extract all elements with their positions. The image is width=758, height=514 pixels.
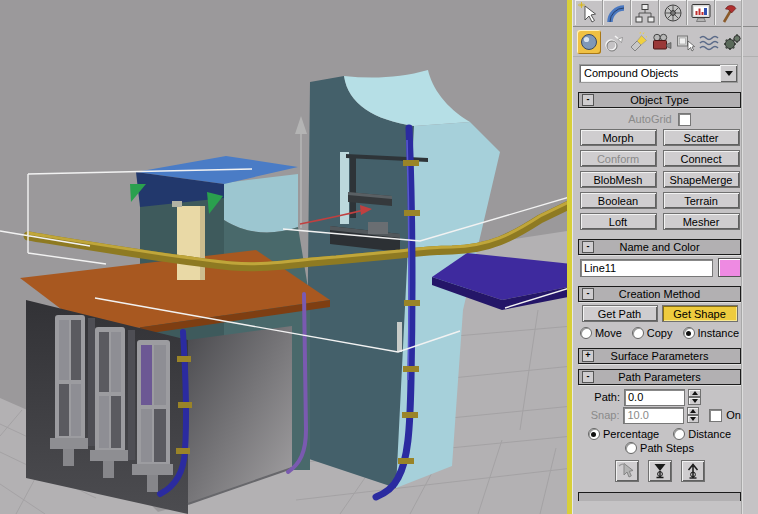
rollout-name-and-color: - Name and Color [578,239,741,281]
radio-icon [625,442,637,454]
category-cameras[interactable] [649,30,673,54]
spinner-down-icon[interactable] [687,415,700,423]
radio-icon [673,428,685,440]
window-1[interactable] [50,315,88,466]
pick-shape-button[interactable] [615,460,639,482]
radio-distance[interactable]: Distance [673,428,731,440]
next-shape-icon [683,462,703,480]
radio-instance[interactable]: Instance [683,327,740,339]
motion-wheel-icon [661,2,685,24]
tab-motion[interactable] [659,0,687,25]
spinner-up-icon[interactable] [687,407,700,415]
autogrid-label: AutoGrid [628,113,671,125]
tab-hierarchy[interactable] [631,0,659,25]
snap-value-field[interactable]: 10.0 [623,407,683,424]
middle-building-side-upper[interactable] [224,174,298,232]
radio-label: Move [595,327,622,339]
command-panel-tabs [573,0,758,27]
rollout-title: Surface Parameters [579,350,740,362]
window-3[interactable] [132,340,173,492]
panel-right-margin [741,0,758,514]
snap-label: Snap: [590,409,619,421]
tab-utilities[interactable] [715,0,743,25]
previous-shape-icon [650,462,670,480]
rollout-creation-method: - Creation Method Get Path Get Shape Mov… [578,286,741,343]
rollout-title: Name and Color [579,241,740,253]
rollout-header-creation-method[interactable]: - Creation Method [578,286,741,302]
path-value-field[interactable]: 0.0 [624,389,685,406]
geometry-sphere-icon [579,32,599,52]
tab-create[interactable] [575,0,603,25]
collapse-icon[interactable]: - [582,241,594,253]
radio-path-steps[interactable]: Path Steps [625,442,694,454]
radio-icon [632,327,644,339]
spinner-down-icon[interactable] [688,397,701,405]
rollout-header-name-and-color[interactable]: - Name and Color [578,239,741,255]
create-category-bar [573,27,758,57]
rollout-header-surface-parameters[interactable]: + Surface Parameters [578,348,741,364]
radio-label: Percentage [603,428,659,440]
snap-spinner[interactable] [687,407,700,423]
path-spinner[interactable] [688,389,701,405]
rollout-header-object-type[interactable]: - Object Type [578,92,741,108]
viewport-3d[interactable] [0,0,572,514]
category-geometry[interactable] [577,30,601,54]
radio-icon [580,327,592,339]
radio-move[interactable]: Move [580,327,622,339]
snap-on-checkbox[interactable] [709,409,722,422]
space-warps-icon [698,32,720,52]
object-name-input[interactable] [580,259,713,277]
window-2[interactable] [90,327,128,478]
rollout-header-path-parameters[interactable]: - Path Parameters [578,369,741,385]
category-space-warps[interactable] [697,30,721,54]
next-shape-button[interactable] [681,460,705,482]
collapse-icon[interactable]: - [582,288,594,300]
conform-button[interactable]: Conform [580,150,657,167]
scatter-button[interactable]: Scatter [663,129,740,146]
category-lights[interactable] [625,30,649,54]
path-label: Path: [590,391,620,403]
object-color-swatch[interactable] [718,258,741,277]
blobmesh-button[interactable]: BlobMesh [580,171,657,188]
autogrid-checkbox[interactable] [678,113,691,126]
morph-button[interactable]: Morph [580,129,657,146]
connect-button[interactable]: Connect [663,150,740,167]
spinner-up-icon[interactable] [688,389,701,397]
get-shape-button[interactable]: Get Shape [662,305,738,322]
object-category-dropdown[interactable]: Compound Objects [579,64,738,83]
rollout-path-parameters: - Path Parameters Path: 0.0 Snap: 1 [578,369,741,486]
collapse-icon[interactable]: - [582,371,594,383]
hierarchy-tree-icon [633,2,657,24]
tall-building-front-face[interactable] [306,76,414,488]
collapse-icon[interactable]: - [582,94,594,106]
radio-icon [683,327,695,339]
command-panel: Compound Objects - Object Type AutoGrid … [572,0,758,514]
radio-label: Distance [688,428,731,440]
tab-modify[interactable] [603,0,631,25]
application-window: Compound Objects - Object Type AutoGrid … [0,0,758,514]
snap-on-label: On [726,409,741,421]
utilities-hammer-icon [717,2,741,24]
radio-percentage[interactable]: Percentage [588,428,659,440]
dropdown-arrow-icon[interactable] [720,65,737,82]
cameras-icon [650,32,672,52]
mesher-button[interactable]: Mesher [663,213,740,230]
helpers-icon [675,32,695,52]
get-path-button[interactable]: Get Path [582,305,658,322]
next-rollout-edge[interactable] [578,492,741,501]
category-helpers[interactable] [673,30,697,54]
expand-icon[interactable]: + [582,350,594,362]
shapemerge-button[interactable]: ShapeMerge [663,171,740,188]
loft-button[interactable]: Loft [580,213,657,230]
tab-display[interactable] [687,0,715,25]
shapes-icon [603,32,623,52]
rollout-title: Path Parameters [579,371,740,383]
boolean-button[interactable]: Boolean [580,192,657,209]
lights-icon [627,32,647,52]
terrain-button[interactable]: Terrain [663,192,740,209]
previous-shape-button[interactable] [648,460,672,482]
radio-copy[interactable]: Copy [632,327,673,339]
rollout-title: Object Type [579,94,740,106]
category-shapes[interactable] [601,30,625,54]
radio-label: Copy [647,327,673,339]
